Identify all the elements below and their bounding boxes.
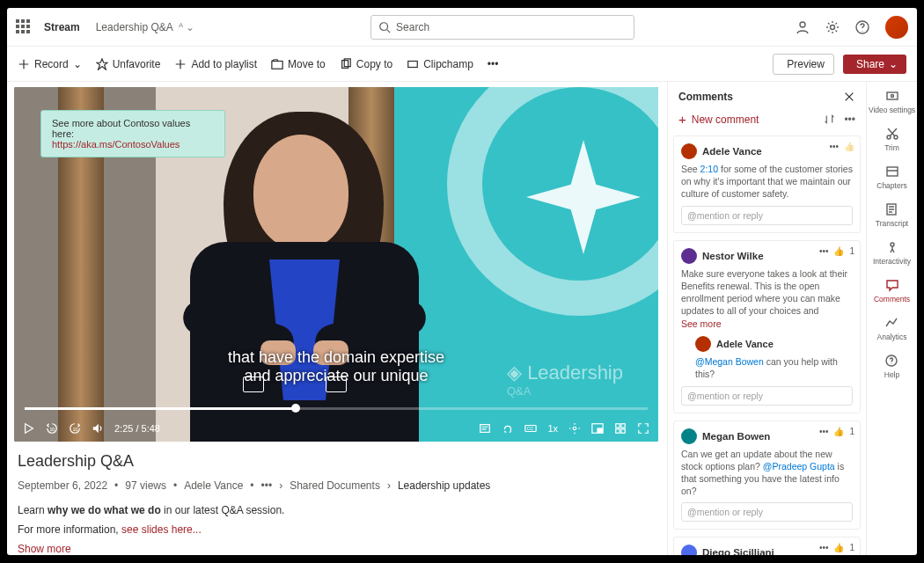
command-bar: Record⌄ Unfavorite Add to playlist Move … bbox=[7, 47, 917, 82]
see-more-button[interactable]: See more bbox=[681, 318, 853, 329]
video-author[interactable]: Adele Vance bbox=[184, 479, 243, 492]
title-chevron-icon[interactable]: ᴬ ⌄ bbox=[179, 21, 194, 33]
rail-comments[interactable]: Comments bbox=[874, 278, 910, 303]
volume-icon[interactable] bbox=[92, 422, 104, 435]
comment-avatar bbox=[681, 428, 697, 444]
video-views: 97 views bbox=[125, 479, 166, 492]
callout-link[interactable]: https://aka.ms/ContosoValues bbox=[52, 139, 180, 150]
comment-card[interactable]: •••👍1Megan BowenCan we get an update abo… bbox=[673, 420, 861, 530]
svg-rect-34 bbox=[887, 92, 898, 99]
like-icon[interactable]: 👍 bbox=[833, 246, 844, 256]
mention-link[interactable]: @Megan Bowen bbox=[695, 356, 764, 367]
breadcrumb[interactable]: Shared Documents bbox=[290, 479, 380, 492]
play-icon[interactable] bbox=[23, 422, 35, 435]
comment-author[interactable]: Diego Sicilliani bbox=[702, 547, 774, 555]
comment-author[interactable]: Adele Vance bbox=[702, 146, 762, 157]
app-launcher-icon[interactable] bbox=[16, 19, 32, 35]
document-title[interactable]: Leadership Q&A bbox=[96, 21, 173, 33]
comment-author[interactable]: Adele Vance bbox=[716, 339, 774, 349]
mention-link[interactable]: @Pradeep Gupta bbox=[763, 461, 835, 472]
svg-marker-16 bbox=[26, 424, 33, 434]
share-button[interactable]: Share⌄ bbox=[843, 55, 906, 74]
comment-menu-icon[interactable]: ••• bbox=[819, 543, 829, 552]
comment-menu-icon[interactable]: ••• bbox=[819, 246, 829, 256]
rail-video-settings[interactable]: Video settings bbox=[869, 89, 915, 114]
comment-author[interactable]: Megan Bowen bbox=[702, 431, 770, 442]
skip-back-icon[interactable]: 10 bbox=[46, 422, 58, 435]
svg-line-1 bbox=[387, 29, 391, 33]
svg-rect-40 bbox=[887, 167, 898, 176]
comment-menu-icon[interactable]: ••• bbox=[819, 427, 829, 436]
comment-avatar bbox=[695, 336, 711, 352]
comment-menu-icon[interactable]: ••• bbox=[829, 142, 839, 151]
new-comment-button[interactable]: +New comment bbox=[678, 112, 759, 127]
clipchamp-button[interactable]: Clipchamp bbox=[407, 58, 473, 70]
close-icon[interactable] bbox=[843, 91, 855, 103]
move-to-button[interactable]: Move to bbox=[271, 58, 326, 70]
add-to-playlist-button[interactable]: Add to playlist bbox=[174, 58, 257, 70]
chapter-thumb[interactable] bbox=[243, 377, 264, 392]
comment-card[interactable]: •••👍Adele VanceSee 2:10 for some of the … bbox=[673, 135, 861, 233]
record-button[interactable]: Record⌄ bbox=[18, 58, 82, 70]
rail-chapters[interactable]: Chapters bbox=[876, 165, 907, 190]
rail-analytics[interactable]: Analytics bbox=[876, 316, 906, 341]
slides-link[interactable]: see slides here... bbox=[121, 523, 202, 536]
comment-avatar bbox=[681, 545, 697, 555]
comment-overflow-icon[interactable]: ••• bbox=[844, 113, 855, 126]
comment-card[interactable]: •••👍1Nestor WilkeMake sure everyone take… bbox=[673, 240, 861, 413]
video-title: Leadership Q&A bbox=[18, 452, 664, 471]
comments-panel: Comments +New comment ••• •••👍Adele Vanc… bbox=[667, 82, 866, 555]
rail-interactivity[interactable]: Interactivity bbox=[873, 240, 911, 266]
user-avatar[interactable] bbox=[885, 16, 908, 39]
video-player[interactable]: ◈ LeadershipQ&A See more about Contoso v… bbox=[14, 87, 658, 442]
unfavorite-button[interactable]: Unfavorite bbox=[96, 58, 161, 70]
chapter-thumb[interactable] bbox=[326, 377, 347, 392]
copy-to-button[interactable]: Copy to bbox=[340, 58, 392, 70]
app-brand[interactable]: Stream bbox=[44, 21, 80, 33]
overflow-button[interactable]: ••• bbox=[488, 58, 499, 70]
reply-input[interactable]: @mention or reply bbox=[681, 502, 853, 522]
settings-icon[interactable] bbox=[568, 422, 581, 435]
like-icon[interactable]: 👍 bbox=[833, 427, 844, 436]
like-icon[interactable]: 👍 bbox=[833, 543, 844, 552]
breadcrumb[interactable]: Leadership updates bbox=[398, 479, 490, 492]
timestamp-link[interactable]: 2:10 bbox=[700, 164, 718, 174]
rail-help[interactable]: Help bbox=[884, 354, 899, 379]
svg-rect-29 bbox=[621, 424, 625, 428]
rail-transcript[interactable]: Transcript bbox=[876, 202, 908, 228]
captions-icon[interactable]: CC bbox=[524, 422, 537, 435]
settings-icon[interactable] bbox=[825, 20, 840, 34]
svg-marker-7 bbox=[97, 58, 107, 69]
comment-author[interactable]: Nestor Wilke bbox=[702, 251, 764, 261]
pip-icon[interactable] bbox=[591, 422, 604, 435]
like-icon[interactable]: 👍 bbox=[844, 142, 854, 151]
comment-avatar bbox=[681, 248, 697, 264]
comment-card[interactable]: •••👍1Diego Sicilliani@Adele Vance do you… bbox=[673, 537, 861, 555]
progress-bar[interactable] bbox=[25, 407, 648, 410]
meta-more-icon[interactable]: ••• bbox=[261, 479, 273, 492]
fullscreen-icon[interactable] bbox=[637, 422, 649, 435]
svg-text:CC: CC bbox=[527, 426, 534, 431]
grid-icon[interactable] bbox=[614, 422, 627, 435]
preview-button[interactable]: Preview bbox=[773, 54, 834, 75]
svg-rect-10 bbox=[272, 61, 282, 69]
transcript-icon[interactable] bbox=[479, 422, 491, 435]
person-icon[interactable] bbox=[796, 20, 810, 34]
rail-trim[interactable]: Trim bbox=[884, 127, 899, 152]
svg-point-3 bbox=[831, 25, 835, 29]
callout-card[interactable]: See more about Contoso values here: http… bbox=[40, 110, 225, 157]
svg-rect-13 bbox=[408, 61, 418, 67]
sort-icon[interactable] bbox=[824, 113, 835, 125]
search-input[interactable]: Search bbox=[370, 15, 634, 40]
show-more-button[interactable]: Show more bbox=[18, 543, 664, 555]
reply-input[interactable]: @mention or reply bbox=[681, 206, 853, 225]
svg-text:10: 10 bbox=[72, 427, 77, 432]
skip-fwd-icon[interactable]: 10 bbox=[69, 422, 81, 435]
time-display: 2:25 / 5:48 bbox=[114, 423, 160, 434]
playback-rate[interactable]: 1x bbox=[547, 423, 558, 434]
reply-input[interactable]: @mention or reply bbox=[681, 386, 853, 406]
audio-icon[interactable] bbox=[502, 422, 514, 435]
svg-text:10: 10 bbox=[49, 427, 55, 432]
comment-text: Make sure everyone takes a look at their… bbox=[681, 267, 853, 318]
help-icon[interactable] bbox=[855, 20, 869, 34]
